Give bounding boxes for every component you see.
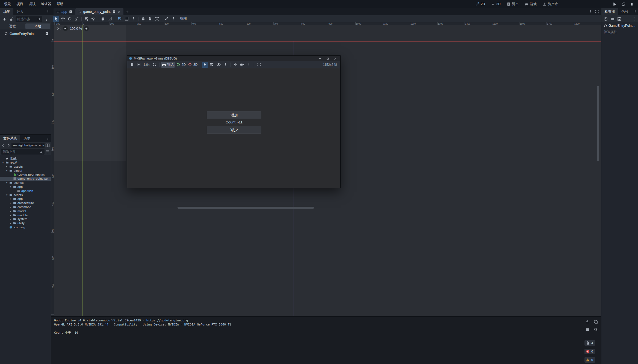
history-button[interactable] [602, 16, 609, 22]
add-node-button[interactable] [1, 16, 8, 22]
search-log-button[interactable] [593, 327, 599, 332]
inspector-menu-button[interactable] [631, 16, 637, 22]
zoom-level[interactable]: 100.0 % [70, 27, 82, 31]
reset-time-scale-button[interactable] [151, 62, 158, 68]
fs-item-game_entry_point.tscn[interactable]: game_entry_point.tscn [0, 177, 51, 181]
snap-options-menu[interactable] [130, 16, 137, 22]
save-resource-button[interactable] [616, 16, 622, 22]
scene-tree-node-gameentrypoint[interactable]: GameEntryPoint [0, 31, 51, 37]
decrease-button[interactable]: 减少 [207, 126, 261, 134]
sort-files-icon[interactable] [45, 150, 50, 154]
tree-arrow[interactable]: ▾ [2, 161, 4, 164]
game-viewport[interactable]: 增加 Count: -11 减少 [127, 69, 340, 188]
group-selected-button[interactable] [154, 16, 160, 22]
maximize-button[interactable] [324, 56, 331, 61]
fs-item-module[interactable]: ▸module [0, 213, 51, 217]
tab-close-icon[interactable] [117, 10, 121, 13]
tree-arrow[interactable]: ▸ [9, 222, 12, 224]
zoom-in-button[interactable] [84, 26, 89, 31]
local-button[interactable]: 本地 [25, 23, 50, 29]
inspected-node-row[interactable]: GameEntryPoint... [601, 22, 638, 29]
scene-tree-menu-button[interactable] [43, 16, 49, 22]
forward-icon[interactable] [6, 143, 11, 147]
fs-item-res[interactable]: ▾res:// [0, 161, 51, 165]
selection-options-menu[interactable] [222, 62, 229, 68]
canvas-2d[interactable]: 100.0 % MyGFrameworkGame (DEBUG) 1152x64… [54, 25, 601, 316]
pan-mode[interactable] [100, 16, 106, 22]
tree-arrow[interactable]: ▸ [9, 206, 12, 208]
new-tab-button[interactable] [124, 8, 131, 15]
workspace-2D[interactable]: 2D [474, 1, 487, 7]
game-window-titlebar[interactable]: MyGFrameworkGame (DEBUG) [127, 56, 340, 61]
mute-audio-button[interactable] [232, 62, 238, 68]
tree-arrow[interactable]: ▸ [9, 202, 12, 204]
fs-item-utility[interactable]: ▸utility [0, 221, 51, 225]
split-view-icon[interactable] [45, 143, 50, 147]
fs-item-scripts[interactable]: ▾scripts [0, 193, 51, 197]
tree-arrow[interactable]: ▾ [5, 194, 8, 196]
log-messages-badge[interactable]: 4 [584, 340, 595, 346]
scene-tab-app[interactable]: app [54, 8, 75, 15]
scene-tab-game_entry_point[interactable]: game_entry_point [75, 8, 123, 15]
camera-override-button[interactable] [239, 62, 245, 68]
current-path-field[interactable]: res://global/game_entry_p [11, 143, 45, 148]
selection-list-tool[interactable] [209, 62, 215, 68]
fs-item-app[interactable]: ▸app [0, 197, 51, 201]
smart-snap-toggle[interactable] [117, 16, 123, 22]
tab-list-menu-icon[interactable] [588, 10, 592, 14]
filesystem-dock-menu-icon[interactable] [46, 136, 50, 140]
fs-item-assets[interactable]: ▸assets [0, 165, 51, 169]
fs-item-GameEntryPoint.cs[interactable]: GameEntryPoint.cs [0, 173, 51, 177]
distraction-free-icon[interactable] [595, 10, 599, 14]
back-icon[interactable] [1, 143, 5, 147]
fs-item-scenes[interactable]: ▾scenes [0, 181, 51, 185]
move-mode[interactable] [60, 16, 66, 22]
fs-item-app[interactable]: ▾app [0, 185, 51, 189]
filter-nodes-field[interactable]: 筛选节点 [16, 16, 42, 22]
runtime-select-button[interactable] [612, 1, 618, 7]
save-log-button[interactable] [584, 319, 590, 324]
tree-arrow[interactable]: ▸ [9, 210, 12, 212]
scene-dock-tab-0[interactable]: 场景 [0, 8, 13, 15]
close-button[interactable] [332, 56, 339, 61]
suspend-button[interactable] [129, 62, 135, 68]
mode-3d-radio[interactable]: 3D [187, 62, 198, 68]
next-frame-button[interactable] [136, 62, 142, 68]
workspace-3D[interactable]: 3D [489, 1, 503, 7]
menu-3[interactable]: 编辑器 [39, 1, 54, 8]
workspace-游戏[interactable]: 游戏 [523, 1, 539, 7]
inspector-dock-menu-icon[interactable] [633, 10, 637, 14]
filter-files-field[interactable]: 筛选文件 [1, 149, 45, 155]
fs-item-command[interactable]: ▸command [0, 205, 51, 209]
view-menu-button[interactable]: 视图 [177, 16, 190, 21]
center-view-icon[interactable] [57, 26, 61, 31]
remote-button[interactable]: 远程 [0, 23, 25, 29]
fs-item-model[interactable]: ▸model [0, 209, 51, 213]
pause-game-button[interactable] [629, 1, 635, 7]
tree-arrow[interactable]: ▸ [5, 165, 8, 168]
menu-2[interactable]: 调试 [26, 1, 38, 8]
skeleton-menu[interactable] [170, 16, 177, 22]
skeleton-options-button[interactable] [164, 16, 170, 22]
copy-log-button[interactable] [593, 319, 599, 324]
inspector-tab-1[interactable]: 信号 [618, 8, 632, 15]
ruler-mode[interactable] [107, 16, 113, 22]
tree-arrow[interactable]: ▾ [9, 185, 12, 188]
tree-arrow[interactable]: ▸ [9, 214, 12, 217]
scene-dock-tab-1[interactable]: 导入 [13, 8, 27, 15]
horizontal-scrollbar[interactable] [178, 207, 314, 209]
embed-fullscreen-button[interactable] [256, 62, 262, 68]
vertical-scrollbar[interactable] [597, 86, 599, 161]
restart-game-button[interactable] [620, 1, 627, 7]
instantiate-scene-button[interactable] [8, 16, 15, 22]
warnings-badge[interactable]: 0 [584, 357, 595, 363]
menu-1[interactable]: 项目 [14, 1, 26, 8]
select-mode[interactable] [53, 16, 59, 22]
camera-options-menu[interactable] [246, 62, 252, 68]
errors-badge[interactable]: 0 [584, 349, 595, 354]
menu-4[interactable]: 帮助 [54, 1, 66, 8]
scene-dock-menu-icon[interactable] [46, 10, 50, 14]
collapse-log-button[interactable] [584, 327, 590, 332]
menu-0[interactable]: 场景 [2, 1, 13, 8]
open-script-icon[interactable] [45, 32, 49, 35]
